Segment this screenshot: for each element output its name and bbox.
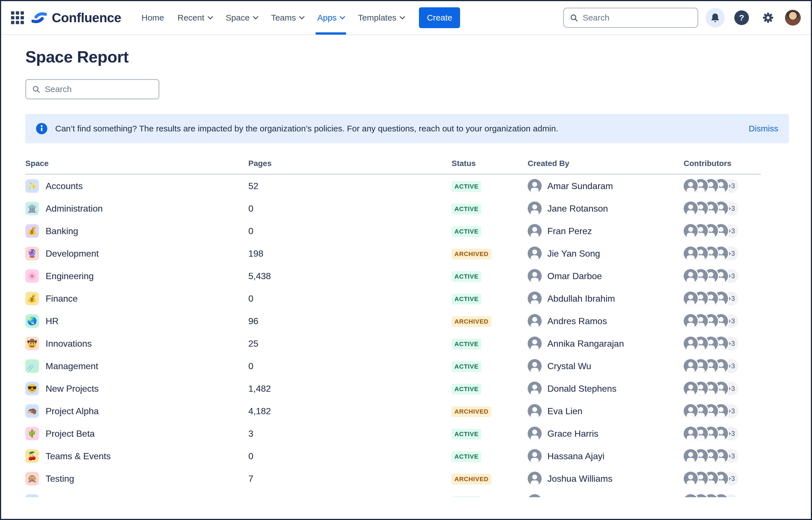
nav-item-home[interactable]: Home <box>134 1 171 34</box>
confluence-logo[interactable]: Confluence <box>31 10 121 25</box>
chevron-down-icon <box>339 14 345 20</box>
contributor-avatar-icon <box>684 224 698 238</box>
contributor-avatar-icon <box>684 291 698 306</box>
contributors-group[interactable]: +3 <box>684 224 761 238</box>
settings-button[interactable] <box>759 8 778 27</box>
table-row: ✨ Accounts 52 ACTIVE Amar Sundaram +3 <box>25 175 761 197</box>
created-by-cell: Fran Perez <box>528 224 684 238</box>
nav-item-recent[interactable]: Recent <box>171 1 219 34</box>
contributors-group[interactable]: +3 <box>684 202 761 215</box>
contributors-group[interactable]: +3 <box>684 359 761 373</box>
contributors-group[interactable]: +3 <box>684 404 761 418</box>
status-badge: ACTIVE <box>452 361 481 372</box>
user-avatar-icon <box>528 449 542 463</box>
table-row: 🤠 Innovations 25 ACTIVE Annika Rangaraja… <box>25 332 761 355</box>
contributor-avatar-icon <box>684 404 698 418</box>
nav-item-teams[interactable]: Teams <box>264 1 310 34</box>
space-name-link[interactable]: Accounts <box>46 181 83 191</box>
create-button[interactable]: Create <box>419 7 460 28</box>
contributors-group[interactable]: +3 <box>684 314 761 328</box>
space-emoji-icon: ✨ <box>25 494 39 497</box>
space-name-link[interactable]: Teams & Events <box>46 451 111 462</box>
column-header-contributors: Contributors <box>684 159 761 168</box>
space-cell: 😎 New Projects <box>25 382 248 395</box>
status-cell: ACTIVE <box>452 361 528 372</box>
table-rows: ✨ Accounts 52 ACTIVE Amar Sundaram +3 🏛️… <box>25 175 761 497</box>
pages-count: 25 <box>248 338 452 349</box>
user-avatar-icon <box>528 426 542 441</box>
created-by-cell <box>528 494 684 497</box>
table-row: 🦔 Project Alpha 4,182 ARCHIVED Eva Lien … <box>25 400 761 422</box>
space-cell: ✨ <box>25 494 248 497</box>
info-banner: Can’t find something? The results are im… <box>25 114 789 143</box>
space-cell: ☄️ Management <box>25 359 248 373</box>
report-search-box[interactable] <box>25 79 159 99</box>
column-header-pages: Pages <box>248 159 452 168</box>
contributors-group[interactable]: +3 <box>684 269 761 283</box>
help-button[interactable]: ? <box>732 8 751 27</box>
space-name-link[interactable]: Development <box>46 249 99 259</box>
space-name-link[interactable]: Innovations <box>46 338 92 349</box>
space-emoji-icon: 🙊 <box>25 472 39 486</box>
status-badge: ARCHIVED <box>452 474 491 485</box>
nav-item-templates[interactable]: Templates <box>351 1 411 34</box>
pages-count: 0 <box>248 203 452 214</box>
space-name-link[interactable]: Project Beta <box>46 428 95 439</box>
table-row: 🙊 Testing 7 ARCHIVED Joshua Williams +3 <box>25 467 761 490</box>
app-switcher-icon[interactable] <box>9 9 26 26</box>
space-name-link[interactable]: Administration <box>46 203 103 214</box>
contributors-group[interactable]: +3 <box>684 246 761 261</box>
global-search-input[interactable] <box>583 13 692 23</box>
user-profile-avatar[interactable] <box>785 10 801 26</box>
table-row: 😎 New Projects 1,482 ACTIVE Donald Steph… <box>25 378 761 400</box>
confluence-mark-icon <box>31 10 47 25</box>
status-cell: ARCHIVED <box>452 473 528 485</box>
created-by-name: Annika Rangarajan <box>547 338 624 349</box>
status-cell: ACTIVE <box>452 428 528 440</box>
contributors-group[interactable]: +3 <box>684 472 761 486</box>
space-name-link[interactable]: New Projects <box>46 384 99 394</box>
notifications-button[interactable] <box>706 8 725 27</box>
created-by-cell: Jane Rotanson <box>528 202 684 215</box>
space-cell: 🦔 Project Alpha <box>25 405 248 418</box>
contributors-group[interactable]: +3 <box>684 291 761 306</box>
space-name-link[interactable]: HR <box>46 316 58 327</box>
nav-right-controls: ? <box>563 7 801 28</box>
space-name-link[interactable]: Management <box>46 361 98 371</box>
pages-count: 4,182 <box>248 406 452 416</box>
space-emoji-icon: 🌵 <box>25 427 39 440</box>
pages-count: 0 <box>248 451 452 462</box>
created-by-cell: Hassana Ajayi <box>528 449 684 463</box>
global-search-box[interactable] <box>563 7 698 28</box>
user-avatar-icon <box>528 269 542 283</box>
space-name-link[interactable]: Banking <box>46 226 78 236</box>
contributors-group[interactable]: +3 <box>684 337 761 350</box>
contributors-group[interactable]: +3 <box>684 494 761 497</box>
created-by-cell: Crystal Wu <box>528 359 684 373</box>
dismiss-link[interactable]: Dismiss <box>748 124 778 133</box>
created-by-cell: Amar Sundaram <box>528 179 684 193</box>
primary-nav: Home Recent Space Teams Apps Templates <box>134 1 411 34</box>
contributor-avatar-icon <box>684 246 698 261</box>
pages-count: 0 <box>248 226 452 236</box>
nav-item-space[interactable]: Space <box>219 1 264 34</box>
created-by-cell: Annika Rangarajan <box>528 337 684 350</box>
created-by-name: Crystal Wu <box>547 361 591 371</box>
space-name-link[interactable]: Project Alpha <box>46 406 99 416</box>
user-avatar-icon <box>528 224 542 238</box>
space-name-link[interactable]: Testing <box>46 473 74 484</box>
contributors-group[interactable]: +3 <box>684 179 761 193</box>
search-icon <box>32 84 40 94</box>
contributors-group[interactable]: +3 <box>684 449 761 463</box>
contributors-group[interactable]: +3 <box>684 426 761 441</box>
space-emoji-icon: 🌏 <box>25 314 39 328</box>
space-emoji-icon: 😎 <box>25 382 39 395</box>
space-name-link[interactable]: Engineering <box>46 271 94 281</box>
report-search-input[interactable] <box>45 84 153 94</box>
pages-count: 0 <box>248 361 452 371</box>
nav-item-apps[interactable]: Apps <box>310 1 351 34</box>
contributors-group[interactable]: +3 <box>684 382 761 396</box>
column-header-status: Status <box>452 159 528 168</box>
space-name-link[interactable]: Finance <box>46 293 78 304</box>
user-avatar-icon <box>528 202 542 215</box>
